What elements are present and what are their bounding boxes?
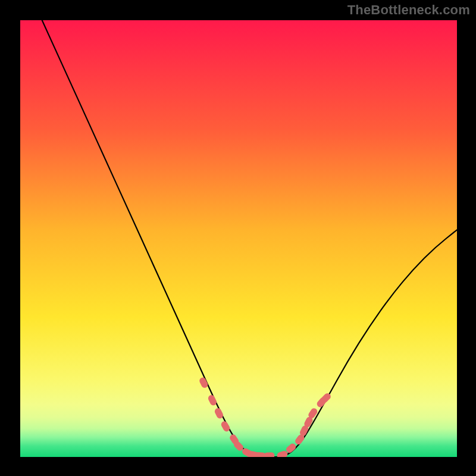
chart-container: TheBottleneck.com bbox=[0, 0, 476, 476]
plot-background bbox=[20, 20, 457, 457]
bottleneck-chart bbox=[20, 20, 457, 457]
watermark-text: TheBottleneck.com bbox=[347, 2, 470, 18]
